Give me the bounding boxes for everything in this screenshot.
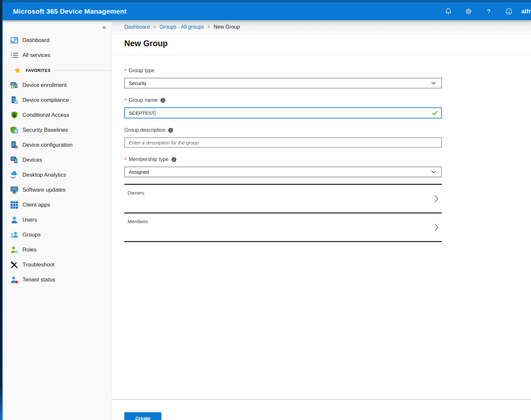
- sidebar-item-client-apps[interactable]: Client apps: [3, 197, 111, 212]
- group-description-field: Group description i: [124, 127, 442, 148]
- troubleshoot-icon: [10, 261, 19, 269]
- info-icon[interactable]: i: [168, 128, 173, 133]
- divider: [54, 70, 111, 71]
- membership-type-select[interactable]: Assigned: [124, 167, 442, 177]
- sidebar-item-conditional-access[interactable]: Conditional Access: [3, 108, 111, 123]
- sidebar-item-label: Troubleshoot: [22, 262, 55, 268]
- sidebar-item-label: Roles: [22, 247, 36, 253]
- breadcrumb-item-dashboard[interactable]: Dashboard: [124, 24, 150, 30]
- page-title: New Group: [124, 39, 531, 48]
- chevron-right-icon: [433, 195, 440, 203]
- help-icon[interactable]: [485, 7, 493, 15]
- desktop-analytics-icon: [10, 171, 19, 179]
- top-app-bar: Microsoft 365 Device Management alfr: [3, 2, 531, 20]
- sidebar-item-device-enrollment[interactable]: Device enrollment: [3, 78, 111, 93]
- group-type-value: Security: [129, 80, 430, 86]
- membership-type-field: * Membership type i Assigned: [124, 156, 442, 177]
- groups-icon: [10, 231, 19, 239]
- owners-row[interactable]: Owners: [124, 185, 442, 213]
- owners-label: Owners: [128, 190, 144, 196]
- topbar-actions: alfr: [444, 2, 531, 20]
- breadcrumb-separator: >: [208, 23, 210, 30]
- group-type-label: * Group type: [124, 67, 442, 74]
- breadcrumb-item-groups-all-groups[interactable]: Groups - All groups: [159, 24, 204, 30]
- favorites-label: FAVORITES: [26, 68, 50, 73]
- settings-icon[interactable]: [465, 7, 472, 15]
- breadcrumb-separator: >: [153, 23, 156, 30]
- blade-header: New Group: [112, 34, 531, 56]
- sidebar-collapse-button[interactable]: «: [102, 23, 106, 31]
- sidebar-nav: Dashboard All services FAVORITES Device …: [3, 33, 111, 287]
- window-top-edge: [0, 0, 531, 2]
- all-services-icon: [10, 51, 19, 60]
- sidebar-item-label: Device enrollment: [22, 82, 67, 88]
- divider: [10, 70, 12, 71]
- sidebar-item-label: Conditional Access: [22, 112, 69, 118]
- sidebar-item-label: Devices: [22, 157, 42, 163]
- text-cursor: [155, 110, 155, 116]
- app-title: Microsoft 365 Device Management: [13, 7, 127, 15]
- feedback-icon[interactable]: [505, 7, 513, 15]
- group-description-label: Group description i: [124, 127, 442, 133]
- members-row[interactable]: Members: [124, 213, 442, 242]
- group-name-field: * Group name i SCEPTEST: [124, 97, 442, 118]
- sidebar-item-all-services[interactable]: All services: [3, 48, 111, 63]
- client-apps-icon: [10, 201, 19, 209]
- sidebar-item-devices[interactable]: Devices: [3, 153, 111, 168]
- sidebar-item-tenant-status[interactable]: Tenant status: [3, 272, 111, 287]
- members-label: Members: [128, 219, 148, 224]
- device-configuration-icon: [10, 141, 19, 149]
- required-marker: *: [124, 68, 126, 74]
- valid-check-icon: [431, 110, 438, 116]
- window-left-edge: [0, 0, 3, 420]
- device-enrollment-icon: [10, 81, 19, 89]
- info-icon[interactable]: i: [160, 98, 165, 103]
- security-baselines-icon: [10, 126, 19, 134]
- device-compliance-icon: [10, 96, 19, 104]
- required-marker: *: [124, 157, 126, 163]
- bell-icon[interactable]: [444, 7, 452, 15]
- membership-type-label: * Membership type i: [124, 156, 442, 163]
- sidebar-item-device-compliance[interactable]: Device compliance: [3, 93, 111, 108]
- new-group-form: * Group type Security * Group name i SCE…: [112, 56, 442, 242]
- favorites-header: FAVORITES: [3, 63, 111, 78]
- sidebar-item-device-configuration[interactable]: Device configuration: [3, 138, 111, 153]
- group-type-field: * Group type Security: [124, 67, 442, 88]
- breadcrumb: Dashboard>Groups - All groups>New Group: [112, 20, 531, 34]
- info-icon[interactable]: i: [171, 157, 176, 162]
- chevron-right-icon: [433, 223, 440, 232]
- sidebar-item-users[interactable]: Users: [3, 212, 111, 227]
- users-icon: [10, 216, 19, 224]
- sidebar-item-dashboard[interactable]: Dashboard: [3, 33, 111, 48]
- membership-type-value: Assigned: [129, 169, 430, 175]
- group-name-input[interactable]: SCEPTEST: [124, 107, 442, 118]
- sidebar-item-troubleshoot[interactable]: Troubleshoot: [3, 257, 111, 272]
- group-name-value: SCEPTEST: [129, 110, 155, 116]
- user-name[interactable]: alfr: [521, 8, 531, 15]
- sidebar-item-label: Tenant status: [22, 277, 55, 283]
- sidebar-item-security-baselines[interactable]: Security Baselines: [3, 123, 111, 138]
- create-button[interactable]: Create: [124, 412, 161, 420]
- group-description-input[interactable]: [124, 137, 442, 148]
- roles-icon: [10, 246, 19, 254]
- software-updates-icon: [10, 186, 19, 194]
- required-marker: *: [124, 98, 126, 104]
- breadcrumb-item-new-group: New Group: [213, 24, 240, 30]
- devices-icon: [10, 156, 19, 164]
- sidebar-item-label: Users: [22, 217, 37, 223]
- group-name-label: * Group name i: [124, 97, 442, 103]
- conditional-access-icon: [10, 111, 19, 119]
- sidebar-item-label: Client apps: [22, 202, 50, 208]
- sidebar-item-desktop-analytics[interactable]: Desktop Analytics: [3, 168, 111, 183]
- chevron-down-icon: [430, 80, 437, 86]
- sidebar-item-groups[interactable]: Groups: [3, 227, 111, 242]
- star-icon: [14, 67, 21, 74]
- sidebar-item-roles[interactable]: Roles: [3, 242, 111, 257]
- chevron-down-icon: [430, 169, 437, 175]
- group-type-select[interactable]: Security: [124, 78, 442, 88]
- tenant-status-icon: [10, 276, 19, 284]
- sidebar-item-label: Desktop Analytics: [22, 172, 66, 178]
- dashboard-icon: [10, 36, 19, 45]
- new-group-blade: New Group * Group type Security * Group …: [112, 34, 531, 420]
- sidebar-item-software-updates[interactable]: Software updates: [3, 183, 111, 197]
